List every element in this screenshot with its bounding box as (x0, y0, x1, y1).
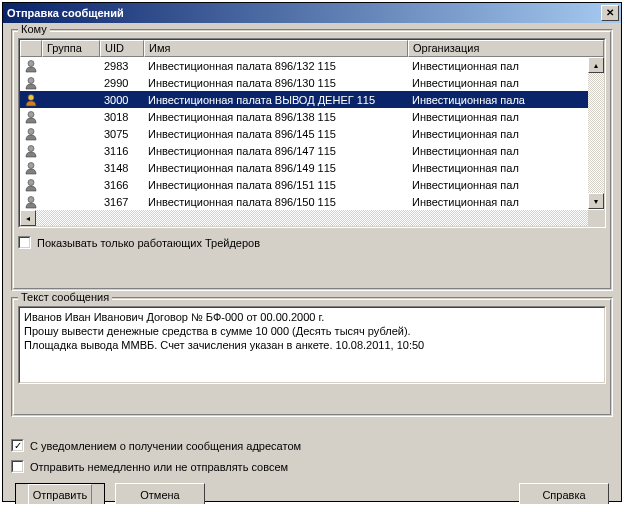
svg-point-7 (28, 179, 34, 185)
close-button[interactable]: ✕ (601, 5, 619, 21)
svg-point-5 (28, 145, 34, 151)
cell-uid: 2983 (100, 59, 144, 73)
col-org[interactable]: Организация (408, 40, 604, 57)
cell-uid: 3167 (100, 195, 144, 209)
svg-point-6 (28, 162, 34, 168)
filter-working-traders[interactable]: Показывать только работающих Трейдеров (18, 236, 606, 249)
titlebar[interactable]: Отправка сообщений ✕ (3, 3, 621, 23)
cell-org: Инвестиционная пал (408, 59, 604, 73)
filter-checkbox[interactable] (18, 236, 31, 249)
user-icon (20, 75, 42, 91)
cell-name: Инвестиционная палата 896/138 115 (144, 110, 408, 124)
svg-point-2 (28, 94, 34, 100)
svg-point-0 (28, 60, 34, 66)
cell-name: Инвестиционная палата 896/130 115 (144, 76, 408, 90)
svg-point-3 (28, 111, 34, 117)
svg-point-8 (28, 196, 34, 202)
user-icon (20, 58, 42, 74)
cell-uid: 3116 (100, 144, 144, 158)
user-icon (20, 143, 42, 159)
user-icon (20, 126, 42, 142)
filter-label: Показывать только работающих Трейдеров (37, 237, 260, 249)
send-button[interactable]: Отправить (15, 483, 105, 504)
scroll-up-icon[interactable]: ▴ (588, 57, 604, 73)
recipients-list[interactable]: Группа UID Имя Организация 2983Инвестици… (18, 38, 606, 228)
message-text[interactable]: Иванов Иван Иванович Договор № БФ-000 от… (19, 307, 605, 383)
window-title: Отправка сообщений (7, 7, 124, 19)
cell-group (42, 201, 100, 203)
col-uid[interactable]: UID (100, 40, 144, 57)
table-row[interactable]: 3018Инвестиционная палата 896/138 115Инв… (20, 108, 604, 125)
table-row[interactable]: 3000Инвестиционная палата ВЫВОД ДЕНЕГ 11… (20, 91, 604, 108)
cell-org: Инвестиционная пал (408, 161, 604, 175)
cell-group (42, 82, 100, 84)
notify-checkbox[interactable]: ✓ (11, 439, 24, 452)
cell-group (42, 184, 100, 186)
cell-uid: 2990 (100, 76, 144, 90)
table-row[interactable]: 3116Инвестиционная палата 896/147 115Инв… (20, 142, 604, 159)
scroll-left-icon[interactable]: ◂ (20, 210, 36, 226)
cell-name: Инвестиционная палата 896/151 115 (144, 178, 408, 192)
cell-org: Инвестиционная пал (408, 195, 604, 209)
scroll-down-icon[interactable]: ▾ (588, 193, 604, 209)
cell-org: Инвестиционная пал (408, 76, 604, 90)
user-icon (20, 92, 42, 108)
notify-option[interactable]: ✓ С уведомлением о получении сообщения а… (11, 439, 613, 452)
cell-group (42, 133, 100, 135)
svg-point-1 (28, 77, 34, 83)
cell-uid: 3018 (100, 110, 144, 124)
cell-name: Инвестиционная палата 896/150 115 (144, 195, 408, 209)
vertical-scrollbar[interactable]: ▴ ▾ (588, 57, 604, 209)
cell-group (42, 65, 100, 67)
svg-point-4 (28, 128, 34, 134)
cell-name: Инвестиционная палата 896/149 115 (144, 161, 408, 175)
table-row[interactable]: 3167Инвестиционная палата 896/150 115Инв… (20, 193, 604, 210)
list-header: Группа UID Имя Организация (20, 40, 604, 57)
cell-name: Инвестиционная палата 896/145 115 (144, 127, 408, 141)
col-group[interactable]: Группа (42, 40, 100, 57)
user-icon (20, 177, 42, 193)
cell-uid: 3166 (100, 178, 144, 192)
cell-group (42, 150, 100, 152)
col-icon[interactable] (20, 40, 42, 57)
cell-org: Инвестиционная пал (408, 110, 604, 124)
table-row[interactable]: 2983Инвестиционная палата 896/132 115Инв… (20, 57, 604, 74)
immediate-option[interactable]: Отправить немедленно или не отправлять с… (11, 460, 613, 473)
user-icon (20, 109, 42, 125)
recipients-group-label: Кому (18, 23, 50, 35)
user-icon (20, 160, 42, 176)
table-row[interactable]: 2990Инвестиционная палата 896/130 115Инв… (20, 74, 604, 91)
table-row[interactable]: 3075Инвестиционная палата 896/145 115Инв… (20, 125, 604, 142)
cell-org: Инвестиционная пал (408, 127, 604, 141)
message-group-label: Текст сообщения (18, 291, 112, 303)
horizontal-scrollbar[interactable]: ◂ ▸ (20, 210, 604, 226)
send-message-dialog: Отправка сообщений ✕ Кому Группа UID Имя… (2, 2, 622, 502)
user-icon (20, 194, 42, 210)
cell-name: Инвестиционная палата 896/132 115 (144, 59, 408, 73)
message-group: Текст сообщения Иванов Иван Иванович Дог… (11, 297, 613, 417)
cell-org: Инвестиционная пала (408, 93, 604, 107)
cell-group (42, 167, 100, 169)
cell-name: Инвестиционная палата 896/147 115 (144, 144, 408, 158)
table-row[interactable]: 3148Инвестиционная палата 896/149 115Инв… (20, 159, 604, 176)
table-row[interactable]: 3166Инвестиционная палата 896/151 115Инв… (20, 176, 604, 193)
recipients-group: Кому Группа UID Имя Организация 2983Инве… (11, 29, 613, 291)
cell-name: Инвестиционная палата ВЫВОД ДЕНЕГ 115 (144, 93, 408, 107)
cell-uid: 3000 (100, 93, 144, 107)
col-name[interactable]: Имя (144, 40, 408, 57)
cell-org: Инвестиционная пал (408, 178, 604, 192)
close-icon: ✕ (606, 8, 614, 18)
cancel-button[interactable]: Отмена (115, 483, 205, 504)
notify-label: С уведомлением о получении сообщения адр… (30, 440, 301, 452)
immediate-label: Отправить немедленно или не отправлять с… (30, 461, 288, 473)
cell-org: Инвестиционная пал (408, 144, 604, 158)
help-button[interactable]: Справка (519, 483, 609, 504)
message-textarea[interactable]: Иванов Иван Иванович Договор № БФ-000 от… (18, 306, 606, 384)
cell-uid: 3075 (100, 127, 144, 141)
cell-uid: 3148 (100, 161, 144, 175)
immediate-checkbox[interactable] (11, 460, 24, 473)
scrollbar-corner (588, 210, 604, 226)
cell-group (42, 99, 100, 101)
cell-group (42, 116, 100, 118)
